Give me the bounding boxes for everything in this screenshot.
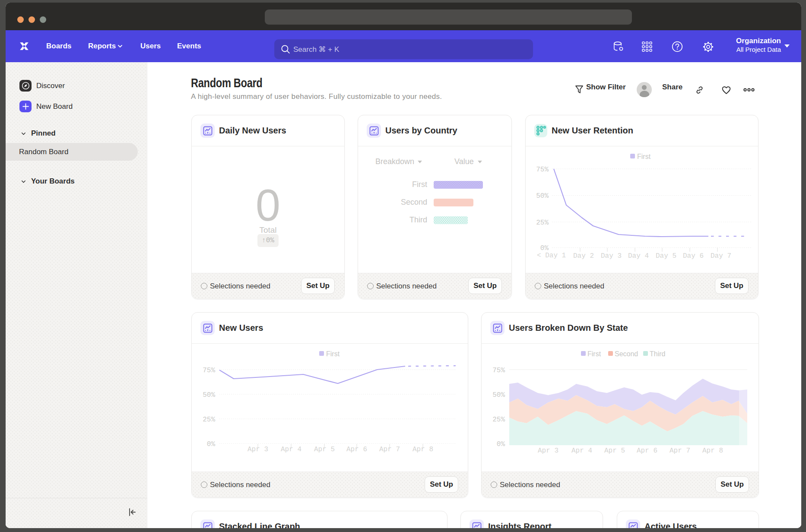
svg-text:50%: 50% <box>492 391 505 399</box>
svg-text:50%: 50% <box>203 391 215 399</box>
svg-text:First: First <box>587 350 601 358</box>
svg-text:Apr 6: Apr 6 <box>346 446 367 453</box>
svg-text:Apr 7: Apr 7 <box>670 447 690 455</box>
svg-text:Apr 5: Apr 5 <box>314 446 335 453</box>
svg-text:Apr 5: Apr 5 <box>604 447 625 455</box>
svg-text:Third: Third <box>650 350 665 358</box>
svg-text:Apr 8: Apr 8 <box>413 446 433 453</box>
svg-text:Apr 8: Apr 8 <box>702 447 723 455</box>
svg-text:First: First <box>326 350 340 358</box>
svg-text:75%: 75% <box>536 166 549 174</box>
svg-text:Apr 4: Apr 4 <box>571 447 592 455</box>
svg-text:Day 3: Day 3 <box>601 252 622 260</box>
svg-text:Day 5: Day 5 <box>656 252 676 260</box>
svg-text:0%: 0% <box>207 440 216 448</box>
svg-text:50%: 50% <box>536 192 549 200</box>
svg-text:First: First <box>637 153 651 160</box>
svg-text:0%: 0% <box>540 244 549 252</box>
svg-text:25%: 25% <box>203 416 215 424</box>
svg-text:25%: 25% <box>492 416 505 424</box>
svg-text:Apr 3: Apr 3 <box>538 447 558 455</box>
svg-text:Day 6: Day 6 <box>683 252 704 260</box>
svg-text:75%: 75% <box>492 367 505 374</box>
svg-text:Day 4: Day 4 <box>628 252 649 260</box>
svg-text:Day 2: Day 2 <box>573 252 594 260</box>
svg-text:25%: 25% <box>536 219 549 227</box>
svg-text:Second: Second <box>615 350 638 358</box>
svg-text:0%: 0% <box>497 440 505 448</box>
svg-text:Apr 6: Apr 6 <box>637 447 657 455</box>
svg-text:75%: 75% <box>203 367 215 374</box>
svg-text:< Day 1: < Day 1 <box>537 252 566 260</box>
svg-text:Apr 4: Apr 4 <box>281 446 301 453</box>
svg-text:Apr 3: Apr 3 <box>248 446 268 453</box>
svg-text:Day 7: Day 7 <box>711 252 731 260</box>
svg-text:Apr 7: Apr 7 <box>379 446 400 453</box>
